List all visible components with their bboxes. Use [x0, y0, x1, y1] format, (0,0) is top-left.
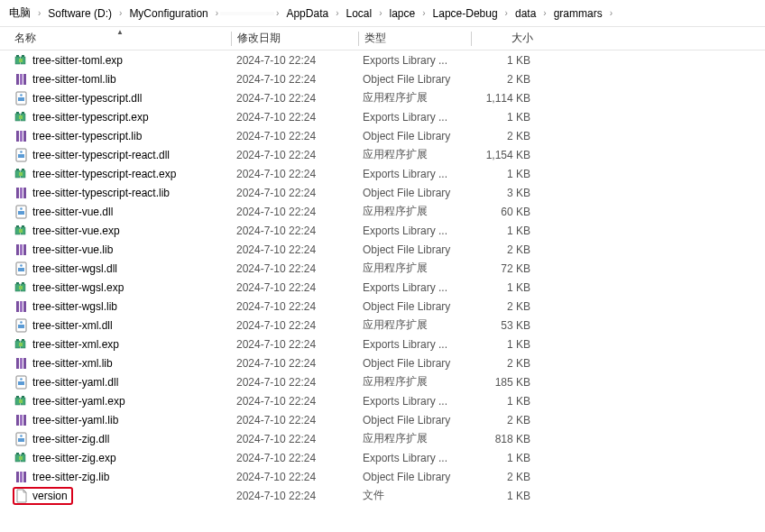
- file-name-cell[interactable]: tree-sitter-yaml.lib: [9, 413, 231, 427]
- file-row[interactable]: tree-sitter-yaml.exp2024-7-10 22:24Expor…: [0, 391, 765, 410]
- breadcrumb-segment[interactable]: 电脑: [4, 4, 36, 23]
- breadcrumb-segment[interactable]: lapce: [384, 5, 421, 22]
- file-size-cell: 3 KB: [469, 187, 548, 199]
- file-row[interactable]: tree-sitter-wgsl.exp2024-7-10 22:24Expor…: [0, 278, 765, 297]
- file-name-cell[interactable]: tree-sitter-typescript-react.exp: [9, 167, 231, 181]
- file-size-cell: 1 KB: [469, 281, 548, 294]
- column-header-label: 大小: [512, 31, 533, 46]
- breadcrumb-segment[interactable]: grammars: [548, 5, 608, 22]
- breadcrumb-segment[interactable]: Lapce-Debug: [428, 5, 503, 22]
- file-row[interactable]: version2024-7-10 22:24文件1 KB: [0, 486, 765, 505]
- file-type-cell: Object File Library: [357, 243, 469, 256]
- dll-file-icon: [14, 91, 29, 105]
- file-name-cell[interactable]: tree-sitter-toml.exp: [9, 53, 231, 68]
- file-row[interactable]: tree-sitter-toml.exp2024-7-10 22:24Expor…: [0, 50, 765, 69]
- file-name-cell[interactable]: tree-sitter-wgsl.exp: [9, 280, 231, 295]
- file-name-cell[interactable]: tree-sitter-typescript-react.lib: [9, 186, 231, 200]
- file-size-cell: 1 KB: [469, 452, 548, 464]
- file-row[interactable]: tree-sitter-zig.dll2024-7-10 22:24应用程序扩展…: [0, 429, 765, 448]
- file-type-cell: Exports Library ...: [357, 281, 469, 294]
- file-name-cell[interactable]: tree-sitter-wgsl.lib: [9, 299, 231, 314]
- file-row[interactable]: tree-sitter-xml.dll2024-7-10 22:24应用程序扩展…: [0, 316, 765, 335]
- file-name-label: tree-sitter-vue.lib: [32, 243, 113, 256]
- breadcrumb-segment[interactable]: Software (D:): [42, 5, 117, 22]
- exp-file-icon: [14, 224, 29, 238]
- chevron-right-icon: ›: [36, 8, 42, 18]
- file-type-cell: 应用程序扩展: [357, 261, 469, 276]
- file-row[interactable]: tree-sitter-typescript-react.exp2024-7-1…: [0, 164, 765, 183]
- file-name-label: version: [32, 490, 68, 502]
- file-name-cell[interactable]: tree-sitter-zig.exp: [9, 451, 231, 465]
- file-name-label: tree-sitter-typescript.lib: [32, 130, 142, 142]
- file-type-cell: Object File Library: [357, 414, 469, 427]
- file-name-cell[interactable]: tree-sitter-vue.lib: [9, 243, 231, 257]
- file-row[interactable]: tree-sitter-typescript.exp2024-7-10 22:2…: [0, 107, 765, 126]
- sort-indicator-icon: ▲: [116, 28, 124, 36]
- file-name-cell[interactable]: tree-sitter-xml.lib: [9, 356, 231, 371]
- file-row[interactable]: tree-sitter-typescript-react.dll2024-7-1…: [0, 145, 765, 164]
- file-size-cell: 2 KB: [469, 471, 548, 483]
- file-size-cell: 1 KB: [469, 54, 548, 67]
- column-header-type[interactable]: 类型: [359, 31, 471, 46]
- file-row[interactable]: tree-sitter-zig.lib2024-7-10 22:24Object…: [0, 467, 765, 486]
- chevron-right-icon: ›: [117, 8, 124, 18]
- breadcrumb-segment[interactable]: data: [510, 5, 541, 22]
- dll-file-icon: [14, 261, 29, 276]
- column-header-name[interactable]: ▲ 名称: [9, 31, 231, 46]
- file-row[interactable]: tree-sitter-toml.lib2024-7-10 22:24Objec…: [0, 69, 765, 88]
- file-name-cell[interactable]: tree-sitter-wgsl.dll: [9, 261, 231, 276]
- file-row[interactable]: tree-sitter-yaml.lib2024-7-10 22:24Objec…: [0, 410, 765, 429]
- file-row[interactable]: tree-sitter-zig.exp2024-7-10 22:24Export…: [0, 448, 765, 467]
- file-name-cell[interactable]: version: [9, 487, 231, 505]
- file-name-cell[interactable]: tree-sitter-typescript.exp: [9, 110, 231, 124]
- dll-file-icon: [14, 432, 29, 446]
- file-name-cell[interactable]: tree-sitter-vue.exp: [9, 224, 231, 238]
- dll-file-icon: [14, 375, 29, 390]
- file-row[interactable]: tree-sitter-yaml.dll2024-7-10 22:24应用程序扩…: [0, 372, 765, 391]
- file-name-cell[interactable]: tree-sitter-typescript.lib: [9, 129, 231, 143]
- file-list: tree-sitter-toml.exp2024-7-10 22:24Expor…: [0, 50, 765, 505]
- file-type-cell: Exports Library ...: [357, 225, 469, 237]
- chevron-right-icon: ›: [214, 8, 220, 18]
- column-header-date[interactable]: 修改日期: [232, 31, 358, 46]
- file-row[interactable]: tree-sitter-typescript.dll2024-7-10 22:2…: [0, 88, 765, 107]
- file-name-cell[interactable]: tree-sitter-zig.dll: [9, 432, 231, 446]
- file-name-cell[interactable]: tree-sitter-xml.exp: [9, 337, 231, 352]
- file-row[interactable]: tree-sitter-vue.dll2024-7-10 22:24应用程序扩展…: [0, 202, 765, 221]
- file-name-cell[interactable]: tree-sitter-vue.dll: [9, 205, 231, 219]
- file-date-cell: 2024-7-10 22:24: [231, 187, 357, 199]
- breadcrumb-segment[interactable]: MyConfiguration: [124, 5, 213, 22]
- file-name-cell[interactable]: tree-sitter-xml.dll: [9, 318, 231, 333]
- column-header-label: 修改日期: [237, 31, 281, 46]
- file-name-cell[interactable]: tree-sitter-yaml.dll: [9, 375, 231, 390]
- file-name-cell[interactable]: tree-sitter-typescript.dll: [9, 91, 231, 105]
- file-row[interactable]: tree-sitter-wgsl.dll2024-7-10 22:24应用程序扩…: [0, 259, 765, 278]
- file-name-label: tree-sitter-zig.dll: [32, 433, 109, 445]
- breadcrumb-segment[interactable]: [220, 12, 274, 15]
- file-row[interactable]: tree-sitter-vue.lib2024-7-10 22:24Object…: [0, 240, 765, 259]
- exp-file-icon: [14, 167, 29, 181]
- file-row[interactable]: tree-sitter-typescript-react.lib2024-7-1…: [0, 183, 765, 202]
- file-date-cell: 2024-7-10 22:24: [231, 262, 357, 275]
- file-row[interactable]: tree-sitter-vue.exp2024-7-10 22:24Export…: [0, 221, 765, 240]
- breadcrumb-segment[interactable]: Local: [340, 5, 377, 22]
- file-row[interactable]: tree-sitter-xml.exp2024-7-10 22:24Export…: [0, 335, 765, 353]
- file-row[interactable]: tree-sitter-wgsl.lib2024-7-10 22:24Objec…: [0, 297, 765, 316]
- file-size-cell: 1 KB: [469, 338, 548, 351]
- breadcrumb-segment[interactable]: AppData: [281, 5, 334, 22]
- file-size-cell: 818 KB: [469, 433, 548, 445]
- exp-file-icon: [14, 451, 29, 465]
- column-header-size[interactable]: 大小: [472, 31, 551, 46]
- file-name-cell[interactable]: tree-sitter-typescript-react.dll: [9, 148, 231, 162]
- chevron-right-icon: ›: [503, 8, 510, 18]
- file-name-cell[interactable]: tree-sitter-toml.lib: [9, 72, 231, 87]
- lib-file-icon: [14, 243, 29, 257]
- chevron-right-icon: ›: [608, 8, 614, 18]
- file-row[interactable]: tree-sitter-xml.lib2024-7-10 22:24Object…: [0, 353, 765, 372]
- file-date-cell: 2024-7-10 22:24: [231, 130, 357, 142]
- file-name-cell[interactable]: tree-sitter-yaml.exp: [9, 394, 231, 408]
- file-row[interactable]: tree-sitter-typescript.lib2024-7-10 22:2…: [0, 126, 765, 145]
- file-name-label: tree-sitter-yaml.lib: [32, 414, 118, 427]
- file-type-cell: Object File Library: [357, 357, 469, 370]
- file-name-cell[interactable]: tree-sitter-zig.lib: [9, 470, 231, 484]
